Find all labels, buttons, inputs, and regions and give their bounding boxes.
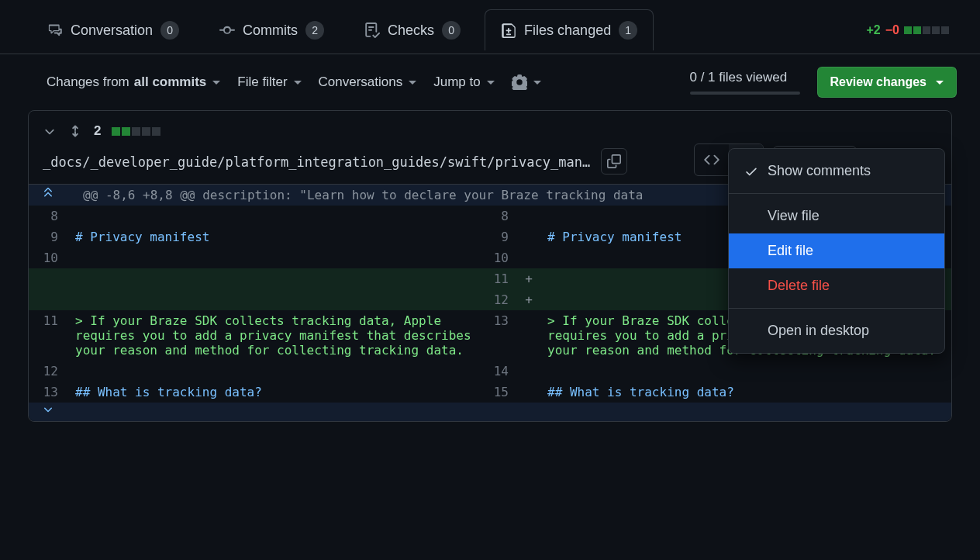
tab-counter: 2	[305, 21, 324, 40]
pr-tabs: Conversation 0 Commits 2 Checks 0 Files …	[0, 0, 980, 54]
file-diff: 2 _docs/_developer_guide/platform_integr…	[28, 110, 952, 422]
code-text: # Privacy manifest	[547, 230, 682, 244]
copy-path-button[interactable]	[601, 148, 627, 175]
line-number-left[interactable]: 9	[29, 226, 67, 247]
line-number-right[interactable]: 11	[479, 268, 518, 289]
line-number-left[interactable]: 13	[29, 382, 67, 403]
line-number-right[interactable]: 8	[479, 206, 518, 226]
menu-edit-file[interactable]: Edit file	[729, 233, 944, 268]
expand-down-button[interactable]	[29, 403, 67, 421]
review-changes-button[interactable]: Review changes	[817, 67, 958, 98]
menu-label: Open in desktop	[768, 323, 869, 339]
file-options-menu: Show comments View file Edit file Delete…	[728, 148, 945, 354]
collapse-file-button[interactable]	[43, 124, 57, 138]
menu-label: Show comments	[768, 163, 871, 179]
progress-bar	[690, 92, 800, 95]
line-number-right[interactable]: 14	[479, 361, 518, 382]
diff-line-context: 12 14	[29, 361, 951, 382]
files-viewed-progress: 0 / 1 files viewed	[690, 70, 800, 95]
menu-delete-file[interactable]: Delete file	[729, 268, 944, 303]
line-number-left[interactable]: 11	[29, 310, 67, 361]
menu-separator	[729, 193, 944, 194]
file-filter-label: File filter	[237, 74, 287, 90]
check-icon	[744, 164, 758, 178]
file-header: 2 _docs/_developer_guide/platform_integr…	[29, 111, 951, 184]
line-number-right[interactable]: 10	[479, 247, 518, 268]
menu-show-comments[interactable]: Show comments	[729, 154, 944, 188]
source-view-button[interactable]	[695, 144, 729, 175]
changes-from-dropdown[interactable]: Changes from all commits	[47, 74, 220, 90]
tab-files-changed[interactable]: Files changed 1	[485, 9, 654, 50]
expand-all-button[interactable]	[67, 123, 83, 139]
tab-counter: 1	[619, 21, 637, 40]
code-text: > If your Braze SDK collects tracking da…	[75, 313, 478, 358]
line-number-right[interactable]: 15	[479, 382, 518, 403]
caret-down-icon	[294, 81, 302, 85]
menu-label: Delete file	[768, 278, 830, 294]
conversations-dropdown[interactable]: Conversations	[319, 74, 417, 90]
tab-counter: 0	[442, 21, 461, 40]
line-number-right[interactable]: 9	[479, 226, 518, 247]
tab-counter: 0	[160, 21, 179, 40]
diffstat-squares-icon	[112, 127, 160, 136]
tab-label: Conversation	[71, 22, 153, 39]
diff-settings-dropdown[interactable]	[512, 74, 541, 90]
additions-count: +2	[867, 23, 881, 37]
expand-up-button[interactable]	[29, 185, 67, 206]
jump-to-label: Jump to	[433, 74, 480, 90]
deletions-count: −0	[885, 23, 899, 37]
jump-to-dropdown[interactable]: Jump to	[433, 74, 494, 90]
line-number-left[interactable]: 10	[29, 247, 67, 268]
caret-down-icon	[409, 81, 416, 85]
addition-marker: +	[518, 289, 540, 310]
comment-discussion-icon	[47, 22, 63, 38]
file-change-count: 2	[94, 123, 101, 139]
tab-label: Checks	[388, 22, 434, 39]
caret-down-icon	[533, 81, 541, 85]
line-number-right[interactable]: 13	[479, 310, 518, 361]
line-number-left[interactable]: 12	[29, 361, 67, 382]
menu-open-desktop[interactable]: Open in desktop	[729, 313, 944, 348]
line-number-right[interactable]: 12	[479, 289, 518, 310]
caret-down-icon	[936, 81, 944, 85]
tab-checks[interactable]: Checks 0	[348, 9, 477, 50]
files-toolbar: Changes from all commits File filter Con…	[0, 54, 980, 110]
addition-marker: +	[518, 268, 540, 289]
gear-icon	[512, 74, 527, 90]
tabs-list: Conversation 0 Commits 2 Checks 0 Files …	[31, 9, 867, 50]
menu-label: View file	[768, 208, 820, 224]
tab-conversation[interactable]: Conversation 0	[31, 9, 195, 50]
diff-line-context: 13 ## What is tracking data? 15 ## What …	[29, 382, 951, 403]
changes-from-prefix: Changes from	[47, 74, 129, 90]
tab-commits[interactable]: Commits 2	[203, 9, 340, 50]
menu-view-file[interactable]: View file	[729, 199, 944, 233]
conversations-label: Conversations	[319, 74, 403, 90]
line-number-left[interactable]: 8	[29, 206, 67, 226]
code-text: ## What is tracking data?	[75, 385, 262, 399]
tab-label: Commits	[243, 22, 298, 39]
diffstat-squares-icon	[904, 26, 949, 34]
files-viewed-label: 0 / 1 files viewed	[690, 70, 788, 85]
tab-label: Files changed	[524, 22, 611, 39]
diffstat: +2 −0	[867, 23, 973, 37]
checklist-icon	[364, 22, 380, 38]
file-filter-dropdown[interactable]: File filter	[237, 74, 301, 90]
caret-down-icon	[487, 81, 495, 85]
menu-label: Edit file	[768, 243, 813, 259]
code-text: # Privacy manifest	[75, 230, 209, 244]
changes-from-value: all commits	[134, 74, 207, 90]
file-diff-icon	[501, 22, 516, 38]
expand-down-row	[29, 403, 951, 421]
code-text: ## What is tracking data?	[547, 385, 734, 399]
file-path[interactable]: _docs/_developer_guide/platform_integrat…	[43, 154, 590, 170]
caret-down-icon	[212, 81, 220, 85]
menu-separator	[729, 308, 944, 309]
git-commit-icon	[219, 22, 235, 38]
review-changes-label: Review changes	[830, 75, 927, 89]
